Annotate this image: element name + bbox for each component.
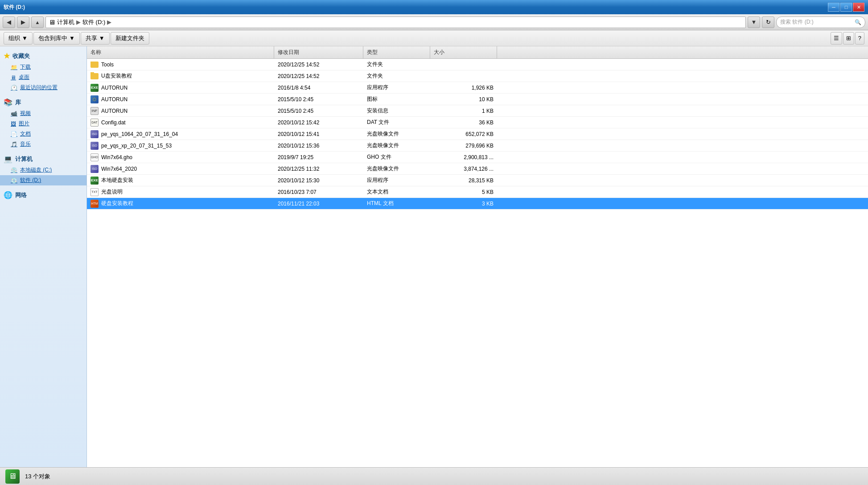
refresh-button[interactable]: ↻ [762,16,774,28]
table-row[interactable]: ISO pe_yqs_1064_20_07_31_16_04 2020/10/1… [87,128,868,140]
sidebar-item-desktop[interactable]: 🖥 桌面 [0,72,86,82]
sidebar-item-recent[interactable]: 🕐 最近访问的位置 [0,82,86,93]
close-button[interactable]: ✕ [853,3,864,12]
maximize-button[interactable]: □ [840,3,852,12]
file-name-cell: Tools [87,62,274,68]
iso-icon: ISO [91,142,99,150]
breadcrumb-drive[interactable]: 软件 (D:) [82,18,105,26]
file-type: 应用程序 [363,177,430,184]
status-app-icon: 🖥 [5,469,20,484]
file-date: 2015/5/10 2:45 [274,108,363,114]
file-size: 28,315 KB [430,177,497,184]
desktop-label: 桌面 [19,74,29,81]
file-type: 光盘映像文件 [363,142,430,149]
col-header-size[interactable]: 大小 [430,46,497,58]
new-folder-button[interactable]: 新建文件夹 [111,32,149,45]
sidebar-item-music[interactable]: 🎵 音乐 [0,139,86,149]
file-size: 3 KB [430,201,497,207]
table-row[interactable]: DAT Config.dat 2020/10/12 15:42 DAT 文件 3… [87,117,868,128]
view-details-button[interactable]: ⊞ [843,32,854,45]
pictures-icon: 🖼 [11,121,16,127]
file-name-cell: INF AUTORUN [87,107,274,115]
sidebar-network-header[interactable]: 🌐 网络 [0,189,86,201]
sidebar-computer-header[interactable]: 💻 计算机 [0,153,86,165]
sidebar-item-documents[interactable]: 📄 文档 [0,129,86,139]
table-row[interactable]: ⬡ AUTORUN 2015/5/10 2:45 图标 10 KB [87,94,868,105]
share-label: 共享 [86,34,97,42]
view-button[interactable]: ☰ [831,32,842,45]
table-row[interactable]: TXT 光盘说明 2016/10/23 7:07 文本文档 5 KB [87,186,868,198]
include-library-button[interactable]: 包含到库中 ▼ [33,32,80,45]
drive-c-icon: 💿 [11,167,17,173]
sidebar-item-video[interactable]: 📹 视频 [0,108,86,119]
organize-button[interactable]: 组织 ▼ [4,32,33,45]
up-button[interactable]: ▲ [31,16,44,28]
table-row[interactable]: Tools 2020/12/25 14:52 文件夹 [87,59,868,70]
file-size: 5 KB [430,189,497,195]
library-icon: 📚 [4,98,12,107]
file-name: Win7x64_2020 [101,166,137,172]
file-date: 2020/10/12 15:30 [274,177,363,184]
table-row[interactable]: HTM 硬盘安装教程 2016/11/21 22:03 HTML 文档 3 KB [87,198,868,210]
search-box[interactable]: 搜索 软件 (D:) 🔍 [776,16,865,28]
file-name: pe_yqs_xp_20_07_31_15_53 [101,143,172,149]
col-header-date[interactable]: 修改日期 [274,46,363,58]
file-date: 2016/11/21 22:03 [274,201,363,207]
sidebar-item-drive-d[interactable]: 💿 软件 (D:) [0,175,86,185]
file-name: 本地硬盘安装 [101,177,133,184]
minimize-button[interactable]: ─ [828,3,839,12]
share-button[interactable]: 共享 ▼ [81,32,110,45]
favorites-icon: ★ [4,52,10,60]
file-name-cell: U盘安装教程 [87,72,274,80]
include-library-label: 包含到库中 [38,34,67,42]
recent-icon: 🕐 [11,85,17,91]
file-name: AUTORUN [101,96,128,103]
table-row[interactable]: INF AUTORUN 2015/5/10 2:45 安装信息 1 KB [87,105,868,117]
sidebar-favorites-header[interactable]: ★ 收藏夹 [0,50,86,62]
drive-d-label: 软件 (D:) [20,177,41,184]
file-name-cell: DAT Config.dat [87,119,274,127]
file-date: 2020/12/25 14:52 [274,73,363,79]
file-date: 2015/5/10 2:45 [274,96,363,103]
video-icon: 📹 [11,111,17,117]
table-row[interactable]: U盘安装教程 2020/12/25 14:52 文件夹 [87,70,868,82]
file-name-cell: ⬡ AUTORUN [87,95,274,103]
organize-label: 组织 [8,34,20,42]
video-label: 视频 [20,110,31,117]
sidebar-item-downloads[interactable]: 📁 下载 [0,62,86,72]
table-row[interactable]: EXE 本地硬盘安装 2020/10/12 15:30 应用程序 28,315 … [87,175,868,186]
file-size: 2,900,813 ... [430,154,497,160]
inf-icon: INF [91,107,99,115]
breadcrumb-computer[interactable]: 计算机 [57,18,74,26]
file-type: 文本文档 [363,188,430,196]
table-row[interactable]: ISO Win7x64_2020 2020/12/25 11:32 光盘映像文件… [87,163,868,175]
titlebar-buttons: ─ □ ✕ [828,3,864,12]
table-row[interactable]: ISO pe_yqs_xp_20_07_31_15_53 2020/10/12 … [87,140,868,152]
address-dropdown-button[interactable]: ▼ [748,16,760,28]
table-row[interactable]: EXE AUTORUN 2016/1/8 4:54 应用程序 1,926 KB [87,82,868,94]
sidebar-library-header[interactable]: 📚 库 [0,96,86,108]
sidebar-item-drive-c[interactable]: 💿 本地磁盘 (C:) [0,165,86,175]
col-header-name[interactable]: 名称 [87,46,274,58]
address-path[interactable]: 🖥 计算机 ▶ 软件 (D:) ▶ [45,16,746,28]
include-library-dropdown-icon: ▼ [69,35,75,41]
forward-button[interactable]: ▶ [17,16,29,28]
file-name: 硬盘安装教程 [101,200,133,207]
help-button[interactable]: ? [855,32,864,45]
file-type: 图标 [363,95,430,103]
file-list-header: 名称 修改日期 类型 大小 [87,46,868,59]
file-name-cell: ISO pe_yqs_xp_20_07_31_15_53 [87,142,274,150]
col-header-type[interactable]: 类型 [363,46,430,58]
sidebar-network-section: 🌐 网络 [0,189,86,201]
file-name: Tools [101,62,114,68]
table-row[interactable]: GHO Win7x64.gho 2019/9/7 19:25 GHO 文件 2,… [87,152,868,163]
sidebar-item-pictures[interactable]: 🖼 图片 [0,119,86,129]
iso-icon: ISO [91,165,99,173]
file-size: 10 KB [430,96,497,103]
library-label: 库 [15,99,21,107]
sidebar-favorites-section: ★ 收藏夹 📁 下载 🖥 桌面 🕐 最近访问的位置 [0,50,86,93]
back-button[interactable]: ◀ [3,16,15,28]
file-name: AUTORUN [101,85,128,91]
folder-icon [91,73,99,79]
file-name-cell: EXE 本地硬盘安装 [87,177,274,185]
